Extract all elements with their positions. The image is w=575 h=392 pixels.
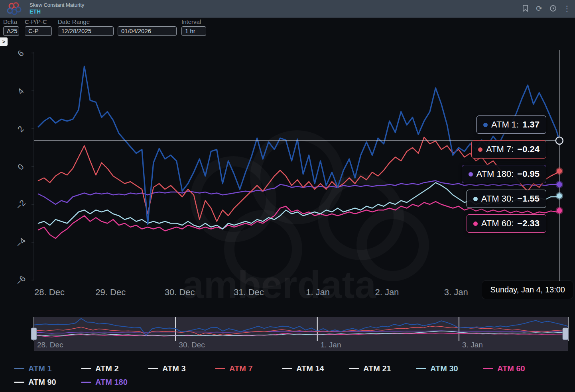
navigator-axis-label: 28. Dec — [37, 341, 63, 349]
refresh-icon[interactable]: ⟳ — [535, 4, 543, 13]
y-axis-label: −4 — [14, 236, 27, 249]
navigator-axis-label: 1. Jan — [321, 341, 341, 349]
series-atm-1-line — [38, 66, 559, 224]
legend-item-atm-7[interactable]: ATM 7 — [215, 363, 282, 374]
page-title: Skew Constant Maturity — [30, 2, 84, 8]
legend-dash — [14, 382, 24, 383]
skew-constant-maturity-app: amberdata6420−2−4−628. Dec29. Dec30. Dec… — [0, 0, 575, 392]
navigator-left-handle[interactable] — [31, 328, 37, 340]
marker-atm-7 — [557, 169, 562, 174]
x-axis-label: 28. Dec — [34, 287, 65, 297]
symbol-label: ETH — [30, 8, 84, 16]
y-axis-label: 0 — [16, 162, 26, 172]
chart-controls: Delta Δ25 C-P/P-C C-P Date Range 12/28/2… — [0, 18, 575, 38]
navigator-right-handle[interactable] — [563, 328, 568, 340]
legend-item-atm-30[interactable]: ATM 30 — [416, 363, 483, 374]
delta-select[interactable]: Δ25 — [3, 26, 19, 36]
y-axis-label: 6 — [16, 48, 26, 58]
x-axis-label: 3. Jan — [444, 287, 468, 297]
legend-dash — [215, 368, 225, 369]
y-axis-label: −2 — [14, 198, 27, 211]
bookmark-icon[interactable] — [521, 4, 529, 13]
sidebar-expander-button[interactable]: > — [0, 37, 8, 46]
marker-atm-60 — [557, 208, 562, 213]
start-date-input[interactable]: 12/28/2025 — [58, 26, 114, 36]
series-atm-180-line — [38, 181, 559, 204]
series-legend: ATM 1ATM 2ATM 3ATM 7ATM 14ATM 21ATM 30AT… — [14, 363, 564, 388]
x-axis-label: 29. Dec — [95, 287, 126, 297]
kebab-menu-icon[interactable]: ⋮ — [563, 4, 571, 13]
x-axis-label: 2. Jan — [375, 287, 399, 297]
legend-item-atm-90[interactable]: ATM 90 — [14, 376, 81, 388]
date-range-label: Date Range — [58, 18, 177, 25]
legend-dash — [416, 368, 426, 369]
legend-item-atm-2[interactable]: ATM 2 — [81, 363, 148, 374]
legend-dash — [14, 368, 24, 369]
main-chart[interactable]: amberdata6420−2−4−628. Dec29. Dec30. Dec… — [0, 0, 575, 392]
legend-item-atm-21[interactable]: ATM 21 — [349, 363, 416, 374]
interval-label: Interval — [181, 18, 206, 25]
legend-dash — [282, 368, 292, 369]
x-axis-label: 30. Dec — [165, 287, 195, 297]
interval-select[interactable]: 1 hr — [181, 26, 206, 36]
cp-pc-label: C-P/P-C — [25, 18, 52, 25]
navigator-chart[interactable]: 28. Dec30. Dec1. Jan3. Jan — [31, 317, 568, 349]
history-icon[interactable] — [549, 4, 557, 13]
navigator-axis-label: 30. Dec — [179, 341, 205, 349]
marker-atm-30 — [557, 193, 562, 198]
y-axis-label: 4 — [16, 86, 26, 96]
legend-item-atm-3[interactable]: ATM 3 — [148, 363, 215, 374]
y-axis-label: −6 — [14, 274, 27, 287]
legend-dash — [148, 368, 158, 369]
navigator-axis-label: 3. Jan — [462, 341, 483, 349]
legend-dash — [349, 368, 359, 369]
end-date-input[interactable]: 01/04/2026 — [118, 26, 177, 36]
legend-dash — [81, 382, 91, 383]
header-bar: Skew Constant Maturity ETH ⟳ ⋮ — [0, 0, 575, 18]
x-axis-label: 31. Dec — [234, 287, 264, 297]
marker-atm-180 — [557, 182, 562, 187]
x-axis-label: 1. Jan — [306, 287, 330, 297]
legend-dash — [483, 368, 493, 369]
legend-item-atm-60[interactable]: ATM 60 — [483, 363, 550, 374]
date-tooltip: Sunday, Jan 4, 13:00 — [482, 281, 573, 299]
marker-atm-1 — [556, 137, 563, 144]
y-axis-label: 2 — [16, 124, 26, 134]
legend-item-atm-180[interactable]: ATM 180 — [81, 376, 148, 388]
legend-dash — [81, 368, 91, 369]
cp-pc-select[interactable]: C-P — [25, 26, 52, 36]
nav-series-atm-60 — [34, 333, 568, 337]
svg-text:amberdata: amberdata — [182, 263, 376, 306]
legend-item-atm-14[interactable]: ATM 14 — [282, 363, 349, 374]
legend-item-atm-1[interactable]: ATM 1 — [14, 363, 81, 374]
amberdata-logo-icon — [5, 1, 23, 19]
delta-label: Delta — [3, 18, 19, 25]
